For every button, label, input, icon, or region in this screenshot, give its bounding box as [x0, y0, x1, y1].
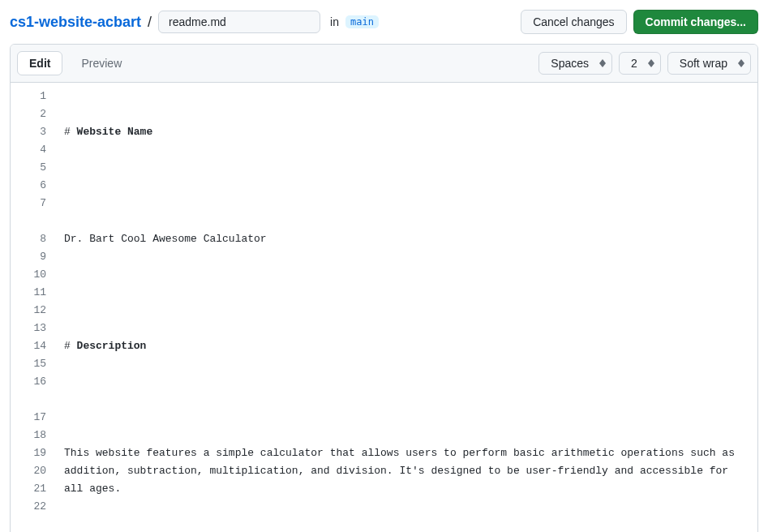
code-line: [64, 391, 748, 409]
indent-mode-select[interactable]: Spaces: [538, 52, 612, 75]
code-line: # Description: [64, 337, 748, 355]
cancel-changes-button[interactable]: Cancel changes: [521, 10, 626, 34]
editor-frame: Edit Preview Spaces 2 Soft wrap: [10, 44, 758, 532]
code-line: This website features a simple calculato…: [64, 444, 748, 498]
editor-body[interactable]: 1 2 3 4 5 6 7 8 9 10 11 12 13 14 15 16 1…: [11, 83, 757, 532]
in-label: in: [330, 15, 339, 28]
filename-input[interactable]: [158, 11, 320, 33]
code-line: # Website Name: [64, 123, 748, 141]
code-line: Dr. Bart Cool Awesome Calculator: [64, 230, 748, 248]
wrap-mode-select[interactable]: Soft wrap: [667, 52, 751, 75]
code-area[interactable]: # Website Name Dr. Bart Cool Awesome Cal…: [58, 83, 757, 532]
indent-size-button[interactable]: 2: [619, 52, 661, 75]
editor-toolbar: Edit Preview Spaces 2 Soft wrap: [11, 45, 757, 83]
line-gutter: 1 2 3 4 5 6 7 8 9 10 11 12 13 14 15 16 1…: [11, 83, 58, 532]
code-line: [64, 177, 748, 195]
branch-badge[interactable]: main: [345, 15, 379, 28]
tab-edit[interactable]: Edit: [17, 51, 62, 75]
code-line: [64, 284, 748, 302]
path-separator: /: [148, 14, 152, 31]
tab-preview[interactable]: Preview: [69, 51, 134, 75]
indent-size-select[interactable]: 2: [619, 52, 661, 75]
repo-link[interactable]: cs1-website-acbart: [10, 14, 141, 31]
commit-changes-button[interactable]: Commit changes...: [633, 10, 758, 34]
wrap-mode-button[interactable]: Soft wrap: [667, 52, 751, 75]
indent-mode-button[interactable]: Spaces: [538, 52, 612, 75]
file-header: cs1-website-acbart / in main Cancel chan…: [10, 10, 758, 34]
